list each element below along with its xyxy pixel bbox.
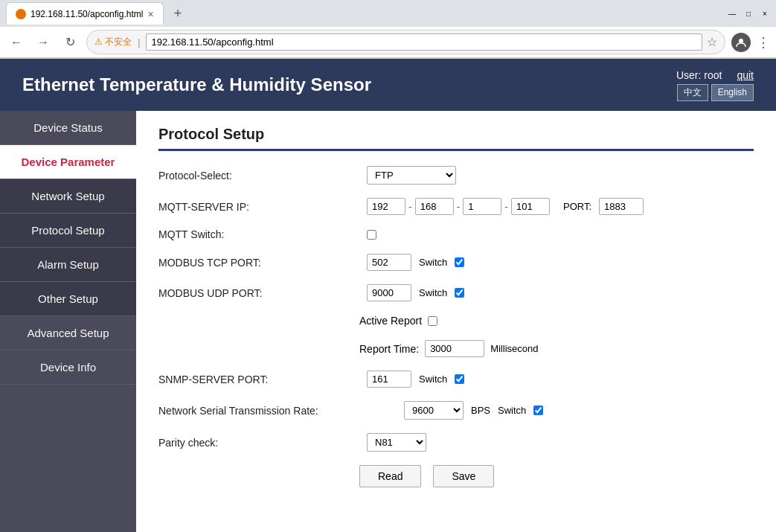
app-title: Ethernet Temperature & Humidity Sensor: [22, 74, 371, 95]
lang-cn-button[interactable]: 中文: [677, 84, 708, 101]
close-button[interactable]: ×: [760, 8, 770, 19]
mqtt-ip-octet-3[interactable]: [463, 198, 501, 215]
bps-label: BPS: [471, 405, 490, 416]
save-button[interactable]: Save: [433, 465, 494, 487]
sidebar: Device Status Device Parameter Network S…: [0, 111, 136, 532]
snmp-port-input[interactable]: [367, 371, 411, 388]
tab-title: 192.168.11.50/apconfig.html: [31, 9, 143, 19]
mqtt-port-label: PORT:: [563, 201, 591, 212]
sidebar-item-other-setup[interactable]: Other Setup: [0, 282, 136, 316]
svg-point-0: [739, 39, 743, 43]
security-warning: ⚠ 不安全: [94, 36, 132, 48]
new-tab-button[interactable]: +: [167, 2, 190, 25]
user-label: User: root: [676, 69, 722, 81]
snmp-label: SNMP-SERVER PORT:: [158, 374, 359, 385]
modbus-udp-switch-checkbox[interactable]: [455, 288, 464, 298]
browser-tab[interactable]: 192.168.11.50/apconfig.html ×: [6, 2, 164, 25]
forward-button[interactable]: →: [33, 32, 54, 53]
serial-rate-row: Network Serial Transmission Rate: 9600 1…: [158, 401, 754, 420]
protocol-select[interactable]: FTP MQTT HTTP TCP: [367, 166, 456, 185]
buttons-row: Read Save: [359, 465, 754, 487]
millisecond-label: Millisecond: [490, 343, 538, 354]
modbus-tcp-label: MODBUS TCP PORT:: [158, 257, 359, 269]
address-separator: |: [138, 37, 140, 48]
mqtt-ip-octet-4[interactable]: [511, 198, 550, 215]
title-divider: [158, 149, 754, 151]
parity-row: Parity check: N81 E81 O81: [158, 433, 754, 452]
serial-rate-select[interactable]: 9600 19200 38400 57600 115200: [404, 401, 464, 420]
serial-switch-label: Switch: [498, 405, 526, 416]
back-button[interactable]: ←: [6, 32, 27, 53]
bookmark-icon[interactable]: ☆: [707, 35, 717, 49]
mqtt-server-ip-row: MQTT-SERVER IP: - - - PORT:: [158, 198, 754, 215]
sidebar-item-network-setup[interactable]: Network Setup: [0, 179, 136, 214]
quit-link[interactable]: quit: [737, 69, 754, 81]
parity-select[interactable]: N81 E81 O81: [367, 433, 426, 452]
snmp-switch-label: Switch: [419, 374, 447, 385]
report-time-label: Report Time:: [359, 343, 419, 355]
active-report-label: Active Report: [359, 315, 422, 327]
sidebar-item-alarm-setup[interactable]: Alarm Setup: [0, 248, 136, 282]
page-title: Protocol Setup: [158, 126, 754, 143]
protocol-select-row: Protocol-Select: FTP MQTT HTTP TCP: [158, 166, 754, 185]
report-time-input[interactable]: [425, 340, 484, 357]
report-time-row: Report Time: Millisecond: [359, 340, 754, 357]
modbus-tcp-switch-checkbox[interactable]: [455, 257, 464, 267]
profile-button[interactable]: [731, 33, 751, 52]
protocol-select-label: Protocol-Select:: [158, 170, 359, 182]
active-report-row: Active Report: [359, 315, 754, 327]
content-area: Protocol Setup Protocol-Select: FTP MQTT…: [136, 111, 776, 532]
modbus-udp-port-input[interactable]: [367, 284, 411, 301]
modbus-udp-label: MODBUS UDP PORT:: [158, 287, 359, 299]
tab-close-button[interactable]: ×: [147, 8, 153, 20]
active-report-checkbox[interactable]: [428, 316, 437, 326]
read-button[interactable]: Read: [359, 465, 421, 487]
mqtt-ip-octet-2[interactable]: [415, 198, 454, 215]
sidebar-item-device-status[interactable]: Device Status: [0, 111, 136, 145]
mqtt-port-input[interactable]: [599, 198, 644, 215]
snmp-switch-checkbox[interactable]: [455, 374, 464, 384]
window-controls: — □ ×: [727, 8, 770, 19]
sidebar-item-protocol-setup[interactable]: Protocol Setup: [0, 214, 136, 248]
modbus-tcp-row: MODBUS TCP PORT: Switch: [158, 254, 754, 271]
sidebar-item-device-parameter[interactable]: Device Parameter: [0, 145, 136, 179]
modbus-udp-switch-label: Switch: [419, 287, 447, 298]
mqtt-server-ip-label: MQTT-SERVER IP:: [158, 201, 359, 213]
modbus-tcp-port-input[interactable]: [367, 254, 411, 271]
lang-en-button[interactable]: English: [711, 84, 754, 101]
serial-rate-label: Network Serial Transmission Rate:: [158, 405, 397, 417]
tab-favicon: [16, 9, 26, 19]
sidebar-item-device-info[interactable]: Device Info: [0, 350, 136, 385]
mqtt-switch-checkbox[interactable]: [367, 230, 376, 240]
address-bar-container: ⚠ 不安全 | ☆: [86, 30, 725, 54]
mqtt-ip-octet-1[interactable]: [367, 198, 405, 215]
serial-switch-checkbox[interactable]: [533, 406, 543, 415]
language-buttons: 中文 English: [677, 84, 754, 101]
mqtt-switch-label: MQTT Switch:: [158, 228, 359, 240]
app-header: Ethernet Temperature & Humidity Sensor U…: [0, 59, 776, 111]
header-right: User: root quit 中文 English: [676, 69, 754, 101]
snmp-row: SNMP-SERVER PORT: Switch: [158, 371, 754, 388]
modbus-udp-row: MODBUS UDP PORT: Switch: [158, 284, 754, 301]
browser-menu-button[interactable]: ⋮: [757, 34, 770, 51]
address-input[interactable]: [146, 33, 702, 51]
refresh-button[interactable]: ↻: [60, 32, 80, 53]
modbus-tcp-switch-label: Switch: [419, 257, 447, 268]
minimize-button[interactable]: —: [727, 8, 737, 19]
mqtt-switch-row: MQTT Switch:: [158, 228, 754, 240]
parity-label: Parity check:: [158, 437, 359, 449]
ip-group: - - -: [367, 198, 550, 215]
sidebar-item-advanced-setup[interactable]: Advanced Setup: [0, 316, 136, 350]
maximize-button[interactable]: □: [743, 8, 754, 19]
